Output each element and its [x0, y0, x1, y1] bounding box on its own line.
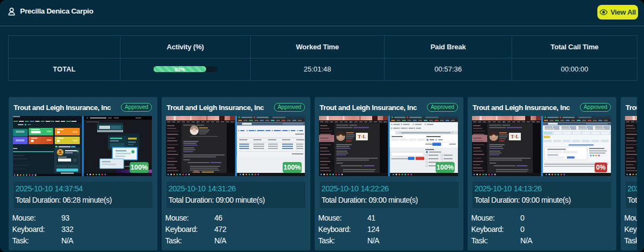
svg-text:T·L: T·L — [511, 134, 519, 139]
svg-text:T·L: T·L — [358, 134, 366, 139]
